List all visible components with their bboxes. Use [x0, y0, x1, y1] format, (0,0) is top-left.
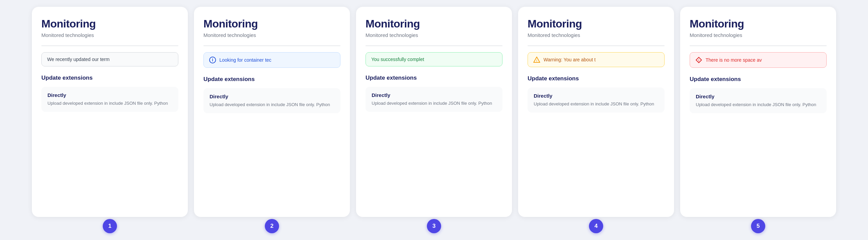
- section-title-2: Update extensions: [203, 76, 340, 83]
- alert-text-5: There is no more space av: [706, 57, 762, 63]
- option-box-4: Directly Upload developed extension in i…: [528, 87, 665, 113]
- option-desc-3: Upload developed extension in include JS…: [372, 100, 496, 107]
- card-subtitle-3: Monitored technologies: [366, 32, 502, 38]
- card-5: Monitoring Monitored technologies ! Ther…: [680, 7, 836, 217]
- option-title-2: Directly: [210, 94, 334, 99]
- card-wrapper-5: Monitoring Monitored technologies ! Ther…: [680, 7, 836, 227]
- card-title-4: Monitoring: [528, 18, 665, 30]
- card-title-5: Monitoring: [690, 18, 827, 30]
- section-title-4: Update extensions: [528, 75, 665, 82]
- card-subtitle-1: Monitored technologies: [41, 32, 178, 38]
- card-title-3: Monitoring: [366, 18, 502, 30]
- section-title-5: Update extensions: [690, 76, 827, 83]
- card-wrapper-1: Monitoring Monitored technologies We rec…: [32, 7, 188, 227]
- alert-text-3: You successfully complet: [371, 57, 424, 62]
- section-title-3: Update extensions: [366, 75, 502, 81]
- option-box-5: Directly Upload developed extension in i…: [690, 88, 827, 114]
- card-subtitle-4: Monitored technologies: [528, 32, 665, 38]
- option-desc-5: Upload developed extension in include JS…: [696, 101, 821, 108]
- warning-icon: !: [533, 57, 540, 63]
- option-title-4: Directly: [534, 93, 658, 99]
- card-wrapper-3: Monitoring Monitored technologies You su…: [356, 7, 512, 227]
- divider-4: [528, 45, 665, 46]
- option-box-2: Directly Upload developed extension in i…: [203, 88, 340, 114]
- section-title-1: Update extensions: [41, 75, 178, 81]
- alert-banner-4: ! Warning: You are about t: [528, 52, 665, 67]
- card-2: Monitoring Monitored technologies i Look…: [194, 7, 350, 217]
- card-4: Monitoring Monitored technologies ! Warn…: [518, 7, 674, 217]
- svg-text:!: !: [698, 59, 699, 62]
- divider-5: [690, 45, 827, 46]
- divider-3: [366, 45, 502, 46]
- step-indicator-1: 1: [103, 219, 117, 233]
- info-icon: i: [209, 57, 216, 63]
- option-box-3: Directly Upload developed extension in i…: [366, 87, 502, 112]
- divider-2: [203, 45, 340, 46]
- option-title-3: Directly: [372, 92, 496, 98]
- card-1: Monitoring Monitored technologies We rec…: [32, 7, 188, 217]
- step-indicator-4: 4: [589, 219, 603, 233]
- card-title-1: Monitoring: [41, 18, 178, 30]
- step-indicator-5: 5: [751, 219, 765, 233]
- alert-banner-5: ! There is no more space av: [690, 52, 827, 68]
- alert-text-1: We recently updated our term: [47, 57, 110, 62]
- card-subtitle-2: Monitored technologies: [203, 32, 340, 38]
- option-box-1: Directly Upload developed extension in i…: [41, 87, 178, 112]
- divider-1: [41, 45, 178, 46]
- card-title-2: Monitoring: [203, 18, 340, 30]
- card-wrapper-2: Monitoring Monitored technologies i Look…: [194, 7, 350, 227]
- alert-banner-3: You successfully complet: [366, 52, 502, 66]
- card-subtitle-5: Monitored technologies: [690, 32, 827, 38]
- option-desc-2: Upload developed extension in include JS…: [210, 101, 334, 108]
- option-desc-4: Upload developed extension in include JS…: [534, 101, 658, 107]
- error-icon: !: [695, 57, 702, 63]
- option-title-1: Directly: [47, 92, 172, 98]
- card-3: Monitoring Monitored technologies You su…: [356, 7, 512, 217]
- alert-banner-2: i Looking for container tec: [203, 52, 340, 68]
- cards-container: Monitoring Monitored technologies We rec…: [10, 7, 858, 233]
- card-wrapper-4: Monitoring Monitored technologies ! Warn…: [518, 7, 674, 227]
- option-title-5: Directly: [696, 94, 821, 99]
- alert-banner-1: We recently updated our term: [41, 52, 178, 66]
- alert-text-4: Warning: You are about t: [544, 57, 596, 62]
- step-indicator-2: 2: [265, 219, 279, 233]
- step-indicator-3: 3: [427, 219, 441, 233]
- option-desc-1: Upload developed extension in include JS…: [47, 100, 172, 107]
- svg-text:!: !: [536, 59, 537, 62]
- alert-text-2: Looking for container tec: [219, 57, 271, 63]
